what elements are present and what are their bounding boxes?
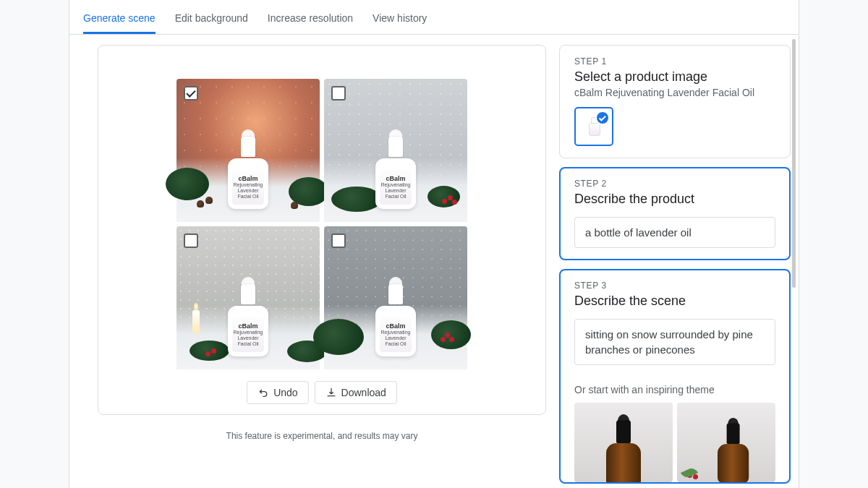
step-1-label: STEP 1 xyxy=(574,56,775,67)
theme-row xyxy=(574,403,775,482)
step-1-title: Select a product image xyxy=(574,69,775,85)
selected-check-icon xyxy=(595,111,610,125)
generated-image-3[interactable]: cBalmRejuvenating Lavender Facial Oil xyxy=(176,226,320,369)
tab-increase-resolution[interactable]: Increase resolution xyxy=(268,0,353,34)
download-label: Download xyxy=(341,387,386,398)
product-brand: cBalm xyxy=(386,323,405,330)
product-bottle: cBalmRejuvenating Lavender Facial Oil xyxy=(375,129,416,209)
step-2-card[interactable]: STEP 2 Describe the product xyxy=(559,167,791,260)
download-icon xyxy=(326,387,337,398)
tab-edit-background[interactable]: Edit background xyxy=(175,0,248,34)
undo-label: Undo xyxy=(273,387,297,398)
step-3-title: Describe the scene xyxy=(574,294,775,309)
tab-bar: Generate scene Edit background Increase … xyxy=(69,0,799,35)
step-3-label: STEP 3 xyxy=(574,281,775,291)
select-checkbox-1[interactable] xyxy=(184,86,198,100)
step-2-title: Describe the product xyxy=(574,192,775,207)
theme-bottle-icon xyxy=(718,418,749,482)
product-tagline: Rejuvenating Lavender Facial Oil xyxy=(234,182,263,199)
step-1-product-name: cBalm Rejuvenating Lavender Facial Oil xyxy=(574,87,775,98)
select-checkbox-2[interactable] xyxy=(331,86,346,100)
theme-bottle-icon xyxy=(606,414,641,482)
action-buttons: Undo Download xyxy=(247,381,397,404)
product-brand: cBalm xyxy=(238,323,258,330)
generated-image-2[interactable]: cBalmRejuvenating Lavender Facial Oil xyxy=(324,79,467,222)
generated-grid: cBalmRejuvenating Lavender Facial Oil xyxy=(176,79,467,369)
inspire-label: Or start with an inspiring theme xyxy=(574,384,775,395)
select-checkbox-4[interactable] xyxy=(331,234,346,248)
generated-image-1[interactable]: cBalmRejuvenating Lavender Facial Oil xyxy=(176,79,320,222)
product-brand: cBalm xyxy=(238,176,258,183)
step-2-label: STEP 2 xyxy=(574,179,775,189)
product-image-thumb[interactable] xyxy=(574,107,613,146)
download-button[interactable]: Download xyxy=(315,381,397,404)
product-tagline: Rejuvenating Lavender Facial Oil xyxy=(381,330,411,346)
product-bottle: cBalmRejuvenating Lavender Facial Oil xyxy=(228,277,268,356)
theme-option-1[interactable] xyxy=(574,403,673,482)
disclaimer-text: This feature is experimental, and result… xyxy=(98,431,546,441)
step-3-card[interactable]: STEP 3 Describe the scene Or start with … xyxy=(559,269,791,484)
undo-button[interactable]: Undo xyxy=(247,381,308,404)
product-description-input[interactable] xyxy=(574,217,775,248)
preview-card: cBalmRejuvenating Lavender Facial Oil xyxy=(98,45,546,415)
product-brand: cBalm xyxy=(386,176,405,183)
tab-view-history[interactable]: View history xyxy=(373,0,427,34)
product-bottle: cBalmRejuvenating Lavender Facial Oil xyxy=(228,129,268,209)
theme-option-2[interactable] xyxy=(677,403,775,482)
scene-description-input[interactable] xyxy=(574,319,775,365)
select-checkbox-3[interactable] xyxy=(184,234,198,248)
product-tagline: Rejuvenating Lavender Facial Oil xyxy=(381,182,411,199)
step-1-card[interactable]: STEP 1 Select a product image cBalm Reju… xyxy=(559,45,791,158)
generated-image-4[interactable]: cBalmRejuvenating Lavender Facial Oil xyxy=(324,226,467,369)
scrollbar[interactable] xyxy=(792,39,796,288)
undo-icon xyxy=(258,387,269,398)
product-bottle: cBalmRejuvenating Lavender Facial Oil xyxy=(375,277,416,356)
steps-panel: STEP 1 Select a product image cBalm Reju… xyxy=(556,35,799,488)
preview-panel: cBalmRejuvenating Lavender Facial Oil xyxy=(69,35,556,488)
tab-generate-scene[interactable]: Generate scene xyxy=(83,0,156,34)
app-container: Generate scene Edit background Increase … xyxy=(69,0,799,488)
product-tagline: Rejuvenating Lavender Facial Oil xyxy=(234,330,263,346)
